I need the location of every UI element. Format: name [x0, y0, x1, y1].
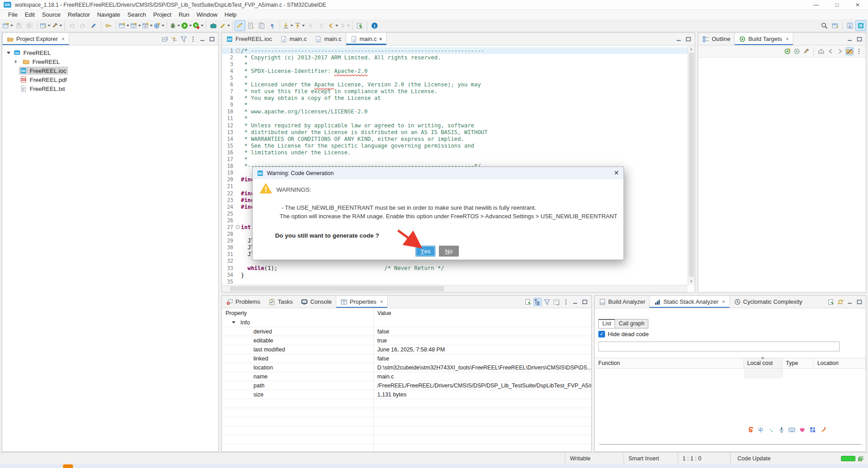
new-build-target-icon[interactable] — [783, 47, 791, 55]
minimize-icon[interactable] — [199, 35, 207, 43]
subtab-call-graph[interactable]: Call graph — [615, 319, 648, 328]
cpp-perspective-icon[interactable]: C — [845, 20, 855, 31]
show-annotations-icon[interactable] — [256, 20, 267, 31]
forward-icon[interactable] — [836, 47, 844, 55]
restore-defaults-icon[interactable] — [552, 298, 561, 306]
editor-horizontal-scrollbar[interactable] — [222, 285, 687, 292]
wizard-shortcut-3-icon[interactable]: h — [141, 20, 153, 31]
menu-navigate[interactable]: Navigate — [94, 10, 124, 19]
information-center-icon[interactable]: i — [369, 20, 380, 31]
menu-run[interactable]: Run — [175, 10, 193, 19]
fold-minus-icon[interactable]: - — [236, 49, 240, 53]
tab-properties[interactable]: Properties× — [336, 296, 388, 308]
menu-file[interactable]: File — [5, 10, 21, 19]
collapse-all-icon[interactable] — [161, 35, 169, 43]
maximize-icon[interactable] — [855, 298, 863, 306]
maximize-icon[interactable] — [684, 35, 692, 43]
run-icon[interactable] — [181, 20, 192, 31]
show-whitespace-icon[interactable]: ¶ — [267, 20, 278, 31]
minimize-window-button[interactable]: — — [806, 0, 827, 10]
tab-static-stack-analyzer[interactable]: Static Stack Analyzer× — [649, 296, 729, 308]
view-menu-icon[interactable] — [855, 47, 863, 55]
chevron-down-icon[interactable] — [59, 25, 62, 27]
chevron-down-icon[interactable] — [127, 25, 129, 27]
view-menu-icon[interactable] — [189, 35, 197, 43]
maximize-icon[interactable] — [855, 35, 863, 43]
save-icon[interactable] — [14, 20, 24, 31]
menu-refactor[interactable]: Refactor — [64, 10, 94, 19]
yes-button[interactable]: Yes — [416, 246, 435, 256]
chevron-down-icon[interactable] — [227, 25, 230, 27]
open-perspective-icon[interactable] — [830, 20, 841, 31]
chevron-down-icon[interactable] — [10, 25, 13, 27]
show-target-icon[interactable] — [793, 47, 801, 55]
back-nav-icon[interactable] — [327, 20, 339, 31]
menu-help[interactable]: Help — [221, 10, 240, 19]
property-row-name[interactable]: namemain.c — [222, 372, 591, 381]
property-row-last-modified[interactable]: last modifiedJune 16, 2025, 7:58:48 PM — [222, 345, 591, 354]
minimize-icon[interactable] — [675, 35, 683, 43]
pencil-icon[interactable] — [88, 20, 99, 31]
minimize-icon[interactable] — [846, 298, 854, 306]
maximize-icon[interactable] — [581, 298, 589, 306]
chevron-down-icon[interactable] — [138, 25, 141, 27]
property-row-linked[interactable]: linkedfalse — [222, 354, 591, 363]
editor-tab-main.c-3[interactable]: .cmain.c× — [346, 33, 387, 45]
filter-icon[interactable] — [543, 298, 551, 306]
heap-status-icon[interactable] — [857, 455, 864, 462]
pin-editor-icon[interactable] — [827, 298, 835, 306]
close-icon[interactable]: × — [379, 36, 383, 42]
tree-item-freereel.pdf[interactable]: PDFFreeREEL.pdf — [2, 75, 218, 84]
tree-item-freereel.ioc[interactable]: MXFreeREEL.ioc — [2, 66, 218, 75]
back-history-icon[interactable] — [305, 20, 316, 31]
column-property[interactable]: Property — [222, 310, 373, 316]
forward-nav-icon[interactable] — [339, 20, 350, 31]
next-edit-icon[interactable] — [282, 20, 294, 31]
refresh-icon[interactable] — [836, 298, 845, 306]
chevron-down-icon[interactable] — [177, 25, 180, 27]
previous-edit-icon[interactable] — [294, 20, 305, 31]
menu-edit[interactable]: Edit — [21, 10, 38, 19]
key-icon[interactable] — [103, 20, 114, 31]
chevron-down-icon[interactable] — [189, 25, 192, 27]
link-with-editor-icon[interactable] — [170, 35, 178, 43]
undo-icon[interactable] — [67, 20, 77, 31]
search-icon[interactable] — [819, 20, 830, 31]
tree-item-freereel[interactable]: IDEFreeREEL — [2, 48, 218, 57]
tree-item-freereel.txt[interactable]: FreeREEL.txt — [2, 84, 218, 93]
chevron-down-icon[interactable] — [302, 25, 305, 27]
search-pen-icon[interactable] — [219, 20, 231, 31]
redo-icon[interactable] — [77, 20, 88, 31]
profile-icon[interactable] — [192, 20, 204, 31]
chevron-down-icon[interactable] — [335, 25, 338, 27]
tab-cyclomatic-complexity[interactable]: Cyclomatic Complexity — [730, 296, 806, 308]
filter-icon[interactable] — [180, 35, 188, 43]
chevron-down-icon[interactable] — [201, 25, 203, 27]
column-type[interactable]: Type — [782, 358, 814, 368]
property-row-path[interactable]: path/FreeREEL/FreeREEL/Drivers/CMSIS/DSP… — [222, 381, 591, 390]
new-window-icon[interactable] — [39, 20, 51, 31]
dialog-title-bar[interactable]: MX Warning: Code Generation ✕ — [253, 167, 624, 179]
expander-icon[interactable] — [232, 321, 235, 325]
column-value[interactable]: Value — [373, 308, 591, 318]
tab-build-analyzer[interactable]: 010Build Analyzer — [595, 296, 649, 308]
chevron-down-icon[interactable] — [162, 25, 164, 27]
tree-item-freereel[interactable]: FreeREEL — [2, 57, 218, 66]
home-icon[interactable] — [817, 47, 825, 55]
tree-expander-icon[interactable] — [7, 52, 10, 56]
tab-outline[interactable]: Outline — [698, 33, 734, 45]
minimize-icon[interactable] — [571, 298, 579, 306]
wizard-shortcut-1-icon[interactable] — [118, 20, 130, 31]
menu-project[interactable]: Project — [149, 10, 175, 19]
minimize-icon[interactable] — [846, 35, 854, 43]
debug-icon[interactable] — [169, 20, 181, 31]
maximize-icon[interactable] — [208, 35, 216, 43]
chevron-down-icon[interactable] — [150, 25, 153, 27]
forward-history-icon[interactable] — [316, 20, 327, 31]
chevron-down-icon[interactable] — [347, 25, 350, 27]
close-icon[interactable]: × — [722, 299, 725, 305]
close-window-button[interactable]: ✕ — [847, 0, 868, 10]
editor-tab-freereel.ioc-0[interactable]: MXFreeREEL.ioc — [222, 33, 276, 45]
stack-scrollbar[interactable] — [599, 444, 861, 445]
mark-occurrences-icon[interactable] — [235, 20, 245, 31]
